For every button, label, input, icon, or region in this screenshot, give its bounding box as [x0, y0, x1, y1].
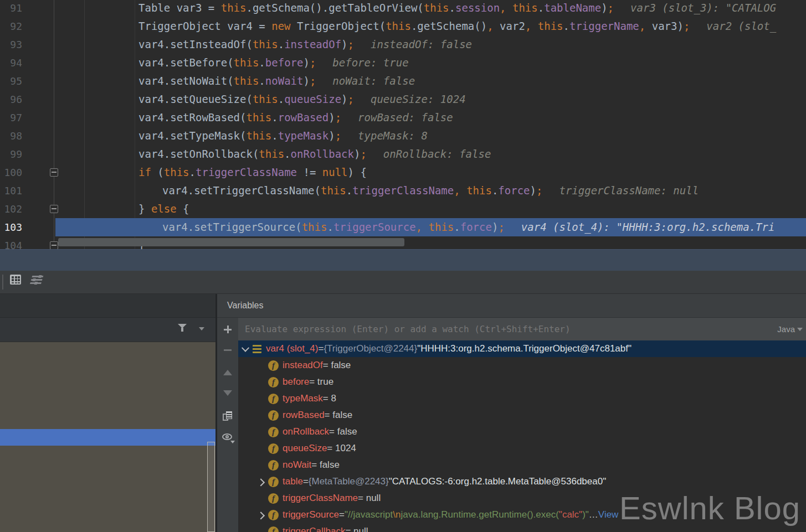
variable-row[interactable]: ftriggerClassName = null	[238, 490, 806, 507]
current-execution-line[interactable]: 103var4.setTriggerSource(this.triggerSou…	[0, 218, 806, 236]
filter-dropdown-arrow-icon[interactable]	[199, 327, 204, 330]
variable-row[interactable]: ftriggerCallback = null	[238, 523, 806, 532]
code-token: !=	[297, 166, 322, 178]
code-line[interactable]: 98var4.setTypeMask(this.typeMask);typeMa…	[0, 127, 806, 145]
variable-row[interactable]: ftriggerSource = "//javascript\njava.lan…	[238, 507, 806, 523]
variable-row[interactable]: finsteadOf = false	[238, 357, 806, 374]
variables-pane-header: Variables	[217, 294, 806, 318]
code-token: .	[346, 184, 352, 197]
table-view-icon[interactable]	[10, 275, 21, 285]
code-editor[interactable]: 91Table var3 = this.getSchema().getTable…	[0, 0, 806, 249]
code-line[interactable]: 102} else {	[0, 200, 806, 218]
variable-row[interactable]: ftable = {MetaTable@2243} "CATALOGS:-6:o…	[238, 473, 806, 490]
show-values-eye-icon	[222, 433, 233, 441]
code-line[interactable]: 92TriggerObject var4 = new TriggerObject…	[0, 17, 806, 35]
view-link[interactable]: View	[598, 509, 619, 520]
code-token: var4.setQueueSize(	[138, 93, 253, 105]
code-token: ;	[335, 130, 341, 142]
variable-value: =	[318, 343, 324, 354]
code-line[interactable]: 96var4.setQueueSize(this.queueSize);queu…	[0, 90, 806, 109]
variable-value: )"	[582, 509, 589, 520]
code-token: this	[466, 184, 492, 197]
remove-watch-button[interactable]	[217, 349, 238, 351]
frames-pane[interactable]	[0, 294, 215, 532]
code-token: )	[341, 38, 347, 50]
variable-row[interactable]: fbefore = true	[238, 374, 806, 390]
variable-row[interactable]: fqueueSize = 1024	[238, 440, 806, 457]
variable-row[interactable]: var4 (slot_4) = {TriggerObject@2244} "HH…	[238, 340, 806, 357]
code-text: var4.setInsteadOf(this.insteadOf);instea…	[138, 35, 472, 54]
copy-button[interactable]	[217, 411, 238, 422]
variable-row[interactable]: ftypeMask = 8	[238, 390, 806, 407]
code-token: force	[498, 184, 530, 197]
code-token: ;	[536, 184, 542, 197]
fold-marker-icon[interactable]	[50, 241, 58, 249]
show-values-button[interactable]	[217, 433, 238, 441]
line-number: 100	[0, 163, 22, 182]
selected-frame-row[interactable]	[0, 429, 215, 446]
code-token: new	[271, 20, 290, 32]
line-number: 99	[0, 145, 22, 163]
code-line[interactable]: 97var4.setRowBased(this.rowBased);rowBas…	[0, 109, 806, 127]
chevron-glyph	[257, 478, 265, 486]
debugger-bottom-area: Variables Java va	[0, 294, 806, 532]
evaluate-expression-input[interactable]	[238, 318, 760, 340]
code-text: Table var3 = this.getSchema().getTableOr…	[138, 0, 776, 17]
variable-row[interactable]: frowBased = false	[238, 407, 806, 423]
field-icon: f	[268, 427, 279, 437]
move-up-button[interactable]	[217, 370, 238, 375]
variable-value: = null	[358, 493, 381, 504]
editor-separator-band	[0, 249, 806, 271]
code-text: var4.setOnRollback(this.onRollback);onRo…	[138, 145, 491, 163]
expression-language-selector[interactable]: Java	[777, 318, 803, 340]
horizontal-scrollbar[interactable]	[58, 238, 404, 246]
chevron-down-icon[interactable]	[238, 346, 253, 352]
code-line[interactable]: 99var4.setOnRollback(this.onRollback);on…	[0, 145, 806, 163]
code-line[interactable]: 93var4.setInsteadOf(this.insteadOf);inst…	[0, 35, 806, 54]
code-line[interactable]: 100if (this.triggerClassName != null) {	[0, 163, 806, 182]
code-line[interactable]: 95var4.setNoWait(this.noWait);noWait: fa…	[0, 72, 806, 90]
code-token: ,	[639, 20, 645, 32]
code-token: ;	[360, 148, 366, 160]
fold-marker-icon[interactable]	[50, 205, 58, 213]
fold-marker-icon[interactable]	[50, 168, 58, 177]
frames-scrollbar[interactable]	[207, 442, 215, 532]
code-line[interactable]: 91Table var3 = this.getSchema().getTable…	[0, 0, 806, 17]
add-watch-button[interactable]	[217, 318, 238, 340]
variable-name: triggerCallback	[283, 526, 345, 532]
move-down-button[interactable]	[217, 390, 238, 396]
code-token: ;	[684, 20, 690, 32]
code-line[interactable]: 101var4.setTriggerClassName(this.trigger…	[0, 182, 806, 200]
variable-value: \n	[393, 509, 401, 520]
variable-row[interactable]: fnoWait = false	[238, 457, 806, 473]
variable-value: "calc"	[559, 509, 582, 520]
filter-funnel-icon[interactable]	[178, 324, 187, 333]
language-label: Java	[777, 324, 795, 334]
variable-row[interactable]: fonRollback = false	[238, 423, 806, 440]
layout-settings-icon[interactable]	[30, 276, 45, 285]
code-token: .getSchema()	[411, 20, 487, 32]
code-token: ,	[487, 20, 493, 32]
code-line[interactable]: 94var4.setBefore(this.before);before: tr…	[0, 54, 806, 72]
variable-value: = 8	[323, 393, 336, 404]
variables-tree[interactable]: var4 (slot_4) = {TriggerObject@2244} "HH…	[238, 340, 806, 532]
code-token	[531, 20, 537, 32]
inline-debugger-hint: var3 (slot_3): "CATALOG	[630, 2, 776, 14]
code-token: .	[454, 221, 460, 233]
code-token: )	[303, 56, 309, 69]
chevron-right-icon[interactable]	[254, 479, 268, 484]
code-token: .	[189, 166, 196, 178]
code-token: triggerClassName	[352, 184, 454, 197]
frames-list[interactable]	[0, 342, 215, 532]
ide-debugger-view: 91Table var3 = this.getSchema().getTable…	[0, 0, 806, 532]
code-token: rowBased	[278, 111, 329, 123]
code-token: ;	[310, 75, 316, 87]
variable-icon	[253, 345, 261, 353]
code-token: )	[530, 184, 536, 197]
variable-value: =	[339, 509, 345, 520]
chevron-right-icon[interactable]	[254, 512, 268, 518]
inline-debugger-hint: var4 (slot_4): "HHHH:3:org.h2.schema.Tri	[521, 221, 775, 233]
code-token: var4.setTriggerSource(	[162, 221, 302, 233]
language-dropdown-arrow-icon	[797, 328, 803, 331]
code-token: insteadOf	[284, 38, 341, 50]
